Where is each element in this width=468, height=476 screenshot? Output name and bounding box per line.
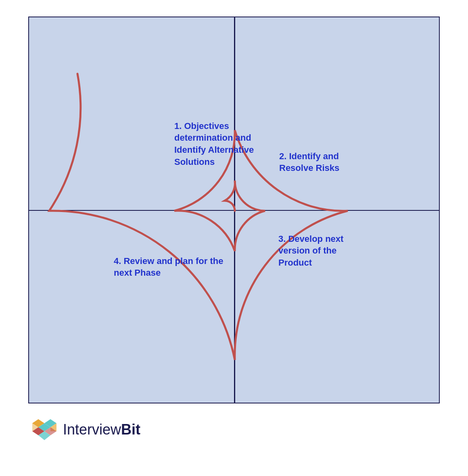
label-identify-resolve: 2. Identify and Resolve Risks xyxy=(279,150,360,174)
logo-icon xyxy=(32,419,56,440)
logo-regular: Interview xyxy=(63,421,121,438)
logo-text: InterviewBit xyxy=(63,421,140,438)
spiral-svg xyxy=(29,17,441,404)
main-container: 1. Objectives determination and Identify… xyxy=(20,17,448,460)
label-develop: 3. Develop next version of the Product xyxy=(278,233,367,269)
diagram-wrapper: 1. Objectives determination and Identify… xyxy=(28,17,440,403)
footer: InterviewBit xyxy=(28,407,440,452)
label-review: 4. Review and plan for the next Phase xyxy=(114,255,231,279)
logo-container: InterviewBit xyxy=(32,419,140,440)
logo-bold: Bit xyxy=(121,421,140,438)
label-objectives: 1. Objectives determination and Identify… xyxy=(174,120,263,168)
